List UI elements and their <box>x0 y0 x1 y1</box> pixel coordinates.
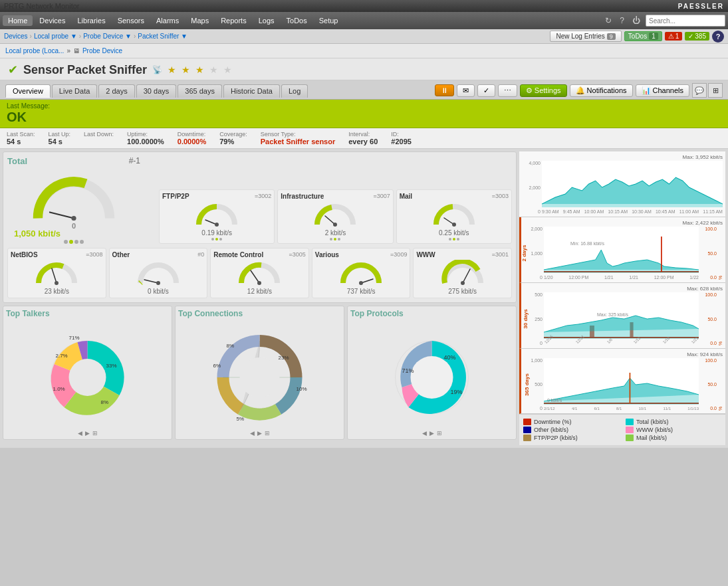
legend-mail-label: Mail (kbit/s) <box>636 435 667 441</box>
connections-prev[interactable]: ◀ <box>250 430 255 437</box>
sensor-stats: Last Scan: 54 s Last Up: 54 s Last Down:… <box>0 128 728 149</box>
chart-30days-label: 30 days <box>523 309 529 328</box>
ok-check-icon: ✓ <box>688 33 693 40</box>
chart-365days-label: 365 days <box>524 373 530 396</box>
mini-gauges-grid: NetBIOS =3008 23 kbit/s Other #0 <box>7 248 512 298</box>
svg-text:8%: 8% <box>227 343 235 349</box>
tab-log[interactable]: Log <box>281 84 308 98</box>
email-icon: ✉ <box>463 86 469 95</box>
help-icon[interactable]: ? <box>617 15 627 27</box>
nav-sensors[interactable]: Sensors <box>112 15 150 26</box>
svg-text:10%: 10% <box>297 386 307 392</box>
new-log-button[interactable]: New Log Entries 9 <box>550 31 621 42</box>
search-input[interactable] <box>646 15 725 27</box>
protocols-expand[interactable]: ⊞ <box>437 430 442 437</box>
chart-icon: 📊 <box>642 86 651 95</box>
star-4[interactable]: ★ <box>209 64 218 75</box>
channels-button[interactable]: 📊 Channels <box>636 84 689 97</box>
action-bar: Devices › Local probe ▼ › Probe Device ▼… <box>0 29 728 44</box>
nav-reports[interactable]: Reports <box>215 15 252 26</box>
notifications-button[interactable]: 🔔 Notifications <box>570 84 633 97</box>
svg-line-0 <box>50 213 74 219</box>
chart-365days-dates: 2/1/124/16/18/110/111/11/1/13 <box>544 407 699 411</box>
stat-downtime: Downtime: 0.0000% <box>178 131 206 146</box>
nav-home[interactable]: Home <box>3 15 33 26</box>
dot-3 <box>74 240 78 244</box>
nav-devices[interactable]: Devices <box>34 15 70 26</box>
tab-365days[interactable]: 365 days <box>178 84 222 98</box>
star-1[interactable]: ★ <box>168 64 176 75</box>
subbread-separator: » <box>66 47 70 54</box>
mini-gauge-ftpp2p-svg <box>193 201 240 228</box>
subbread: Local probe (Loca... » 🖥 Probe Device <box>0 44 728 58</box>
refresh-icon[interactable]: ↻ <box>602 15 614 27</box>
email-button[interactable]: ✉ <box>457 84 475 97</box>
svg-text:23%: 23% <box>279 355 289 361</box>
help-button[interactable]: ? <box>712 31 724 43</box>
more-button[interactable]: ⋯ <box>498 84 517 97</box>
chart-365days-area: 0 kbit/s 2/1/124/16/18/110/111/11/1/13 <box>544 358 699 411</box>
sensor-status-check-icon: ✔ <box>8 62 18 77</box>
legend-other-color <box>523 427 531 433</box>
legend-www: WWW (kbit/s) <box>626 427 721 433</box>
subbread-local-probe[interactable]: Local probe (Loca... <box>5 47 64 54</box>
settings-button[interactable]: ⚙ Settings <box>520 84 567 97</box>
star-5[interactable]: ★ <box>223 64 232 75</box>
total-gauge-left: Total #-1 0 <box>7 156 140 244</box>
tab-30days[interactable]: 30 days <box>136 84 177 98</box>
pause-button[interactable]: ⏸ <box>435 84 454 96</box>
grid-button[interactable]: ⊞ <box>708 83 723 98</box>
star-2[interactable]: ★ <box>182 64 190 75</box>
legend-other: Other (kbit/s) <box>523 427 619 433</box>
mini-gauge-ftpp2p: FTP/P2P =3002 0.19 kbit/s <box>159 189 275 244</box>
bell-icon: 🔔 <box>576 86 585 95</box>
breadcrumb-probe-device[interactable]: Probe Device ▼ <box>83 33 132 40</box>
todos-button[interactable]: ToDos 1 <box>624 31 662 41</box>
svg-point-15 <box>359 281 363 285</box>
nav-maps[interactable]: Maps <box>185 15 214 26</box>
connections-expand[interactable]: ⊞ <box>265 430 270 437</box>
chart-30days-note: Max: 325 kbit/s <box>597 312 628 317</box>
tab-historic-data[interactable]: Historic Data <box>223 84 280 98</box>
breadcrumb-devices[interactable]: Devices <box>4 33 28 40</box>
top-protocols-title: Top Protocols <box>350 309 513 318</box>
nav-logs[interactable]: Logs <box>253 15 280 26</box>
tab-overview[interactable]: Overview <box>5 84 51 98</box>
nav-todos[interactable]: ToDos <box>281 15 312 26</box>
right-panel: Max: 3,952 kbit/s 4,0002,0000 9:30 AM9:4… <box>519 151 725 445</box>
svg-text:5%: 5% <box>237 416 245 422</box>
legend-www-label: WWW (kbit/s) <box>636 427 673 433</box>
power-icon[interactable]: ⏻ <box>630 15 643 27</box>
acknowledge-button[interactable]: ✓ <box>477 84 495 97</box>
chart-30days-area: Max: 325 kbit/s 12/25 12/31 1/6 1/12 1/1… <box>544 292 699 345</box>
nav-libraries[interactable]: Libraries <box>72 15 110 26</box>
mini-gauge-infra-svg <box>312 201 358 228</box>
new-log-count: 9 <box>607 33 616 40</box>
total-gauge-svg <box>21 167 127 227</box>
legend-ftpp2p: FTP/P2P (kbit/s) <box>523 435 619 441</box>
talkers-next[interactable]: ▶ <box>85 430 90 437</box>
total-gauge-container: 0 <box>21 167 127 227</box>
protocols-next[interactable]: ▶ <box>429 430 434 437</box>
subbread-probe-device[interactable]: Probe Device <box>82 47 122 54</box>
tab-2days[interactable]: 2 days <box>98 84 134 98</box>
tab-live-data[interactable]: Live Data <box>52 84 97 98</box>
svg-line-10 <box>144 280 158 283</box>
star-3[interactable]: ★ <box>195 64 204 75</box>
breadcrumb-local-probe[interactable]: Local probe ▼ <box>34 33 77 40</box>
connections-next[interactable]: ▶ <box>257 430 262 437</box>
chat-button[interactable]: 💬 <box>692 83 707 98</box>
alert-count: 1 <box>675 33 679 40</box>
talkers-prev[interactable]: ◀ <box>78 430 82 437</box>
nav-alarms[interactable]: Alarms <box>151 15 184 26</box>
protocols-prev[interactable]: ◀ <box>422 430 427 437</box>
chart-30days-dates: 12/25 12/31 1/6 1/12 1/18 1/21 <box>544 342 699 345</box>
mini-gauge-mail-svg <box>431 201 477 228</box>
breadcrumb-packet-sniffer[interactable]: Packet Sniffer ▼ <box>138 33 187 40</box>
nav-setup[interactable]: Setup <box>314 15 344 26</box>
svg-point-11 <box>156 281 160 285</box>
page-title: Sensor Packet Sniffer <box>23 63 147 77</box>
nav-right: ↻ ? ⏻ <box>602 15 725 27</box>
talkers-expand[interactable]: ⊞ <box>92 430 98 437</box>
svg-text:1.0%: 1.0% <box>53 386 65 392</box>
